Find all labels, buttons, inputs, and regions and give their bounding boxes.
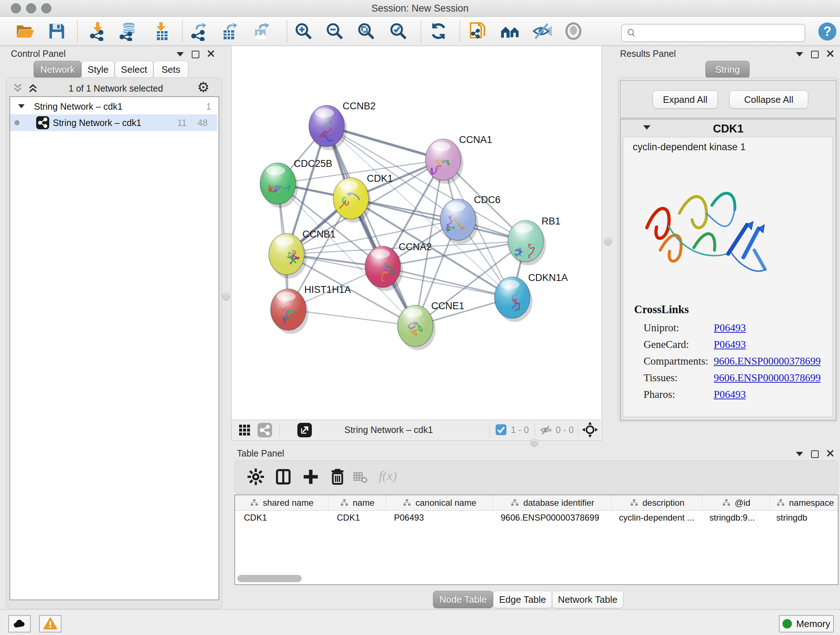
string-protein-query-icon[interactable]: [468, 21, 488, 41]
close-panel-icon[interactable]: [827, 450, 834, 458]
left-splitter-handle[interactable]: [222, 293, 230, 301]
close-panel-icon[interactable]: [207, 50, 215, 59]
warning-button[interactable]: [39, 615, 62, 632]
gene-section: CDK1 cyclin-dependent kinase 1: [620, 119, 836, 421]
table-cell[interactable]: CDK1: [328, 513, 385, 523]
table-gear-icon[interactable]: [246, 467, 265, 486]
search-input[interactable]: [641, 26, 801, 39]
bottom-splitter-handle[interactable]: [531, 439, 538, 447]
export-image-icon[interactable]: [252, 21, 271, 41]
network-edge[interactable]: [327, 126, 415, 326]
table-cell[interactable]: stringdb: [767, 513, 838, 523]
crosslink-link[interactable]: 9606.ENSP00000378699: [714, 372, 821, 384]
zoom-selected-icon[interactable]: [388, 21, 408, 41]
column-header-canonical-name[interactable]: canonical name: [386, 495, 493, 510]
home-icon[interactable]: [500, 21, 520, 41]
crosslink-link[interactable]: P06493: [714, 388, 746, 401]
open-in-window-icon[interactable]: [297, 423, 312, 437]
network-view-statusbar: String Network – cdk1 1 - 0 0 - 0: [232, 420, 601, 440]
expand-all-button[interactable]: Expand All: [653, 90, 718, 109]
reposition-crosshair-icon[interactable]: [582, 421, 598, 438]
tab-string[interactable]: String: [706, 61, 750, 78]
network-node-CCNE1[interactable]: [398, 305, 436, 350]
gene-section-header[interactable]: CDK1: [621, 119, 836, 136]
expand-all-networks-icon[interactable]: [27, 82, 38, 93]
refresh-icon[interactable]: [429, 21, 448, 41]
network-node-HIST1H1A[interactable]: [271, 289, 309, 334]
tab-sets[interactable]: Sets: [153, 61, 188, 78]
network-node-CCNA2[interactable]: [365, 246, 403, 291]
zoom-fit-icon[interactable]: [356, 21, 376, 41]
right-splitter-handle[interactable]: [604, 238, 612, 245]
hide-panel-eye-icon[interactable]: [532, 21, 552, 41]
toolbar-divider: [77, 20, 78, 42]
import-network-icon[interactable]: [88, 21, 107, 41]
table-cell[interactable]: CDK1: [235, 513, 328, 523]
column-header-shared-name[interactable]: shared name: [235, 495, 328, 510]
float-panel-icon[interactable]: [811, 51, 819, 58]
collapse-all-networks-icon[interactable]: [12, 82, 23, 93]
crosslink-link[interactable]: 9606.ENSP00000378699: [714, 355, 821, 367]
tab-node-table[interactable]: Node Table: [433, 591, 493, 608]
export-network-icon[interactable]: [189, 21, 209, 41]
statusbar-divider: [535, 422, 535, 437]
zoom-out-icon[interactable]: [325, 21, 344, 41]
column-header-namespace[interactable]: namespace: [770, 495, 838, 510]
panel-menu-icon[interactable]: [796, 452, 803, 456]
network-node-CCNA1[interactable]: [425, 139, 463, 184]
delete-column-icon[interactable]: [328, 467, 347, 486]
open-session-icon[interactable]: [15, 21, 35, 41]
grid-view-icon[interactable]: [238, 424, 251, 437]
cloud-button[interactable]: [8, 615, 31, 632]
memory-button[interactable]: Memory: [779, 615, 834, 632]
float-panel-icon[interactable]: [811, 450, 819, 458]
network-node-CCNB2[interactable]: [309, 105, 347, 150]
column-header-description[interactable]: description: [612, 495, 703, 510]
table-horizontal-scrollbar[interactable]: [237, 575, 302, 582]
network-canvas[interactable]: CCNB2CCNA1CDC25BCDK1CDC6RB1CCNB1CCNA2CDK…: [232, 46, 601, 420]
table-cell[interactable]: 9606.ENSP00000378699: [492, 513, 610, 523]
tab-network[interactable]: Network: [34, 61, 81, 78]
toolbar-divider: [286, 20, 287, 42]
crosslink-link[interactable]: P06493: [714, 339, 746, 350]
network-node-CDC25B[interactable]: [260, 163, 298, 208]
add-column-icon[interactable]: [302, 467, 320, 486]
collapse-all-button[interactable]: Collapse All: [729, 90, 808, 109]
protein-structure-image: [638, 159, 779, 293]
help-icon[interactable]: ?: [818, 22, 836, 41]
network-node-RB1[interactable]: [508, 220, 546, 265]
table-row[interactable]: CDK1CDK1P064939606.ENSP00000378699cyclin…: [235, 511, 838, 524]
import-table-icon[interactable]: [151, 21, 171, 41]
zoom-in-icon[interactable]: [294, 21, 313, 41]
table-cell[interactable]: cyclin-dependent ...: [610, 513, 701, 523]
tab-select[interactable]: Select: [115, 61, 153, 78]
show-columns-icon[interactable]: [274, 467, 293, 486]
tab-style[interactable]: Style: [81, 61, 115, 78]
panel-menu-icon[interactable]: [796, 52, 803, 57]
network-tree-child-row[interactable]: String Network – cdk1 11 48: [10, 114, 217, 131]
column-header-name[interactable]: name: [328, 495, 386, 510]
selected-checkbox-icon[interactable]: [496, 424, 507, 435]
network-thumbnail-icon[interactable]: [257, 423, 272, 437]
tree-collapse-icon[interactable]: [18, 104, 25, 108]
node-label-CDK1: CDK1: [367, 173, 393, 184]
network-node-CDK1[interactable]: [333, 178, 371, 223]
save-session-icon[interactable]: [47, 21, 66, 41]
column-header-@id[interactable]: @id: [703, 495, 770, 510]
import-database-icon[interactable]: [118, 21, 138, 41]
table-cell[interactable]: P06493: [385, 513, 492, 523]
bird-eye-icon[interactable]: [564, 21, 583, 41]
tab-network-table[interactable]: Network Table: [552, 591, 623, 608]
network-node-CDKN1A[interactable]: [494, 277, 532, 322]
close-panel-icon[interactable]: [827, 50, 834, 59]
network-tree-root-row[interactable]: String Network – cdk1 1: [10, 98, 217, 114]
panel-menu-icon[interactable]: [177, 52, 184, 57]
crosslink-link[interactable]: P06493: [714, 322, 746, 334]
tab-edge-table[interactable]: Edge Table: [493, 591, 552, 608]
network-options-gear-icon[interactable]: ⚙: [197, 80, 210, 94]
column-header-database-identifier[interactable]: database identifier: [493, 495, 612, 510]
export-table-icon[interactable]: [220, 21, 240, 41]
float-panel-icon[interactable]: [192, 51, 199, 58]
network-node-CDC6[interactable]: [440, 199, 478, 244]
table-cell[interactable]: stringdb:9...: [701, 513, 767, 523]
